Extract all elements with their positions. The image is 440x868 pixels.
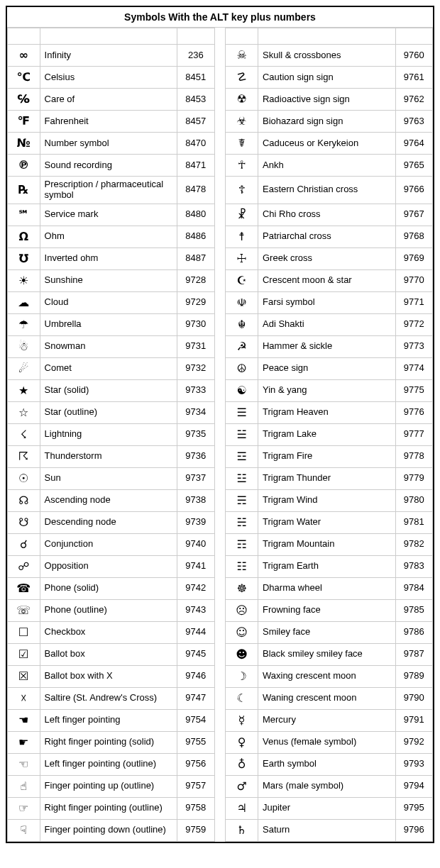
symbol-glyph: ☎	[8, 577, 40, 599]
symbol-name: Lightning	[40, 423, 177, 445]
symbol-glyph: ★	[8, 379, 40, 401]
table-row: ☝Finger pointing up (outline)9757♂Mars (…	[8, 775, 433, 797]
symbol-code: 9741	[177, 555, 214, 577]
symbol-code: 9755	[177, 731, 214, 753]
symbol-code: 9787	[395, 643, 432, 665]
symbol-code: 8453	[177, 89, 214, 111]
symbol-glyph: №	[8, 133, 40, 155]
symbol-glyph: ☚	[8, 709, 40, 731]
column-gap	[214, 335, 226, 357]
symbol-name: Inverted ohm	[40, 247, 177, 269]
table-row: ☇Lightning9735☱Trigram Lake9777	[8, 423, 433, 445]
table-row: ℃Celsius8451☡Caution sign sign9761	[8, 67, 433, 89]
table-row: ☜Left finger pointing (outline)9756♁Eart…	[8, 753, 433, 775]
symbol-name: Snowman	[40, 335, 177, 357]
symbol-code: 9759	[177, 819, 214, 841]
symbol-glyph: ☑	[8, 643, 40, 665]
table-row: ☞Right finger pointing (outline)9758♃Jup…	[8, 797, 433, 819]
symbol-glyph: ☄	[8, 357, 40, 379]
column-gap	[214, 775, 226, 797]
symbol-name: Smiley face	[258, 621, 395, 643]
table-row: ℞Prescription / pharmaceutical symbol847…	[8, 177, 433, 204]
symbol-name: Star (outline)	[40, 401, 177, 423]
symbol-glyph: ℉	[8, 111, 40, 133]
column-gap	[214, 204, 226, 226]
symbol-name: Biohazard sign sign	[258, 111, 395, 133]
table-row: ☋Descending node9739☵Trigram Water9781	[8, 511, 433, 533]
column-gap	[214, 599, 226, 621]
symbol-code: 9766	[395, 177, 432, 204]
symbol-code: 9792	[395, 731, 432, 753]
symbol-code: 9774	[395, 357, 432, 379]
symbol-name: Umbrella	[40, 313, 177, 335]
symbol-glyph: ☭	[226, 335, 258, 357]
table-row: ℠Service mark8480☧Chi Rho cross9767	[8, 204, 433, 226]
symbol-glyph: ☰	[226, 401, 258, 423]
symbol-code: 9742	[177, 577, 214, 599]
symbol-name: Trigram Thunder	[258, 467, 395, 489]
symbol-code: 9746	[177, 665, 214, 687]
symbol-code: 9747	[177, 687, 214, 709]
symbol-name: Trigram Heaven	[258, 401, 395, 423]
column-gap	[214, 819, 226, 841]
table-row: ☟Finger pointing down (outline)9759♄Satu…	[8, 819, 433, 841]
symbol-name: Skull & crossbones	[258, 45, 395, 67]
symbol-glyph: ☵	[226, 511, 258, 533]
column-gap	[214, 511, 226, 533]
symbol-glyph: ℠	[8, 204, 40, 226]
symbol-glyph: ☀	[8, 269, 40, 291]
symbol-glyph: ☌	[8, 533, 40, 555]
symbol-code: 9733	[177, 379, 214, 401]
symbol-code: 9734	[177, 401, 214, 423]
symbol-code: 9768	[395, 226, 432, 247]
symbol-name: Trigram Water	[258, 511, 395, 533]
symbol-glyph: ☽	[226, 665, 258, 687]
symbol-code: 9793	[395, 753, 432, 775]
symbol-code: 9784	[395, 577, 432, 599]
symbol-code: 9738	[177, 489, 214, 511]
column-gap	[214, 709, 226, 731]
symbol-code: 9744	[177, 621, 214, 643]
column-gap	[214, 313, 226, 335]
symbol-name: Ankh	[258, 155, 395, 177]
symbol-glyph: ☃	[8, 335, 40, 357]
column-gap	[214, 423, 226, 445]
symbol-glyph: ℧	[8, 247, 40, 269]
symbol-name: Cloud	[40, 291, 177, 313]
symbol-code: 9796	[395, 819, 432, 841]
table-row: ☉Sun9737☳Trigram Thunder9779	[8, 467, 433, 489]
symbol-code: 9782	[395, 533, 432, 555]
symbol-code: 9731	[177, 335, 214, 357]
table-title: Symbols With the ALT key plus numbers	[7, 7, 433, 28]
symbol-name: Ohm	[40, 226, 177, 247]
symbol-code: 9765	[395, 155, 432, 177]
symbol-name: Jupiter	[258, 797, 395, 819]
symbol-glyph: ☩	[226, 247, 258, 269]
symbol-glyph: ☷	[226, 555, 258, 577]
symbol-name: Star (solid)	[40, 379, 177, 401]
symbol-glyph: ☿	[226, 709, 258, 731]
table-row: ☆Star (outline)9734☰Trigram Heaven9776	[8, 401, 433, 423]
symbol-code: 9763	[395, 111, 432, 133]
column-gap	[214, 687, 226, 709]
table-row: ☑Ballot box9745☻Black smiley smiley face…	[8, 643, 433, 665]
column-gap	[214, 665, 226, 687]
symbol-name: Sun	[40, 467, 177, 489]
symbol-name: Phone (solid)	[40, 577, 177, 599]
symbol-code: 8487	[177, 247, 214, 269]
symbol-name: Patriarchal cross	[258, 226, 395, 247]
symbol-name: Sunshine	[40, 269, 177, 291]
column-gap	[214, 621, 226, 643]
symbol-name: Prescription / pharmaceutical symbol	[40, 177, 177, 204]
symbol-glyph: ♀	[226, 731, 258, 753]
symbol-glyph: ☢	[226, 89, 258, 111]
table-row: ℗Sound recording8471☥Ankh9765	[8, 155, 433, 177]
symbol-glyph: ☆	[8, 401, 40, 423]
symbol-glyph: ☡	[226, 67, 258, 89]
symbol-glyph: ☉	[8, 467, 40, 489]
symbol-glyph: ♄	[226, 819, 258, 841]
symbol-name: Venus (female symbol)	[258, 731, 395, 753]
symbol-name: Thunderstorm	[40, 445, 177, 467]
symbol-code: 9762	[395, 89, 432, 111]
symbol-name: Trigram Mountain	[258, 533, 395, 555]
